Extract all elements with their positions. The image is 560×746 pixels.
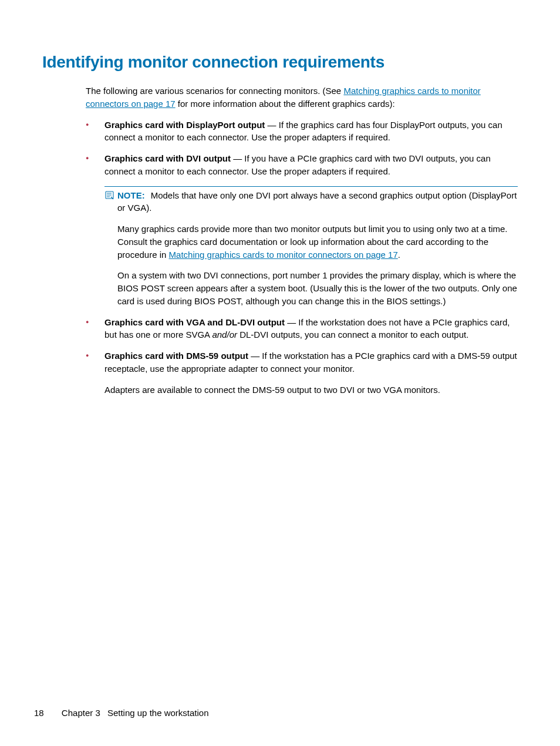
note-text-1: Models that have only one DVI port alway… bbox=[117, 190, 517, 213]
intro-text-after: for more information about the different… bbox=[176, 99, 395, 109]
footer-title: Setting up the workstation bbox=[107, 708, 209, 718]
section-heading: Identifying monitor connection requireme… bbox=[42, 53, 518, 72]
note-icon bbox=[104, 190, 116, 202]
footer-page-number: 18 bbox=[34, 708, 44, 718]
bullet-lead: Graphics card with DVI output bbox=[104, 153, 231, 163]
footer-chapter: Chapter 3 bbox=[62, 708, 100, 718]
list-item: Graphics card with DisplayPort output — … bbox=[86, 119, 518, 145]
bullet-lead: Graphics card with VGA and DL-DVI output bbox=[104, 317, 285, 327]
note-text-2b: . bbox=[398, 250, 400, 260]
intro-text-before: The following are various scenarios for … bbox=[86, 86, 343, 96]
list-item: Graphics card with VGA and DL-DVI output… bbox=[86, 316, 518, 342]
note-row: NOTE:Models that have only one DVI port … bbox=[104, 186, 518, 308]
page-footer: 18 Chapter 3 Setting up the workstation bbox=[34, 708, 209, 718]
intro-paragraph: The following are various scenarios for … bbox=[86, 85, 518, 110]
note-content: NOTE:Models that have only one DVI port … bbox=[117, 189, 518, 308]
note-label: NOTE: bbox=[117, 190, 145, 200]
bullet-lead: Graphics card with DisplayPort output bbox=[104, 120, 265, 130]
list-item: Graphics card with DMS-59 output — If th… bbox=[86, 350, 518, 396]
note-paragraph: On a system with two DVI connections, po… bbox=[117, 269, 518, 307]
bullet-lead: Graphics card with DMS-59 output bbox=[104, 351, 248, 361]
note-block: NOTE:Models that have only one DVI port … bbox=[104, 186, 518, 308]
bullet-rest: DL-DVI outputs, you can connect a monito… bbox=[237, 330, 468, 340]
bullet-sub: Adapters are available to connect the DM… bbox=[104, 384, 518, 396]
note-link[interactable]: Matching graphics cards to monitor conne… bbox=[169, 250, 398, 260]
bullet-list: Graphics card with DisplayPort output — … bbox=[86, 119, 518, 178]
note-paragraph: Many graphics cards provide more than tw… bbox=[117, 223, 518, 261]
list-item: Graphics card with DVI output — If you h… bbox=[86, 152, 518, 178]
bullet-italic: and/or bbox=[212, 330, 237, 340]
bullet-list: Graphics card with VGA and DL-DVI output… bbox=[86, 316, 518, 396]
